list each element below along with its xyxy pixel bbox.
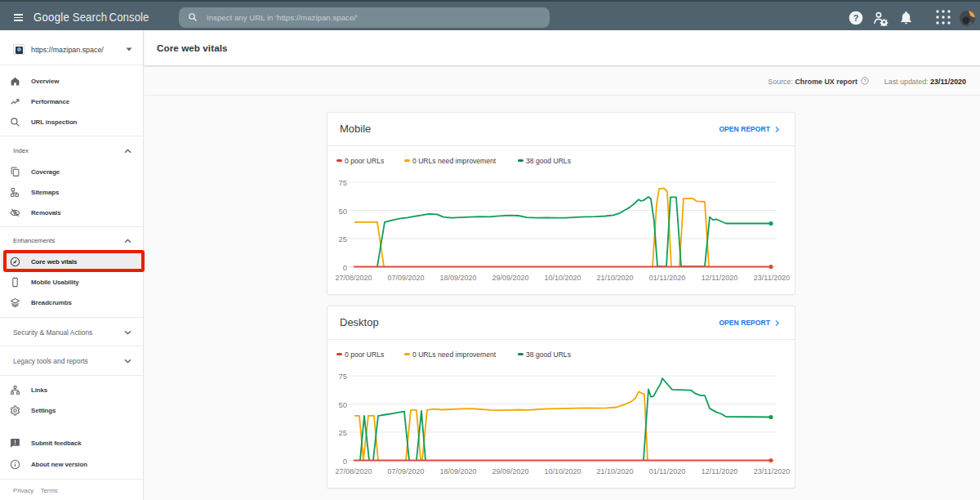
- svg-text:?: ?: [864, 78, 867, 83]
- svg-text:?: ?: [853, 13, 859, 23]
